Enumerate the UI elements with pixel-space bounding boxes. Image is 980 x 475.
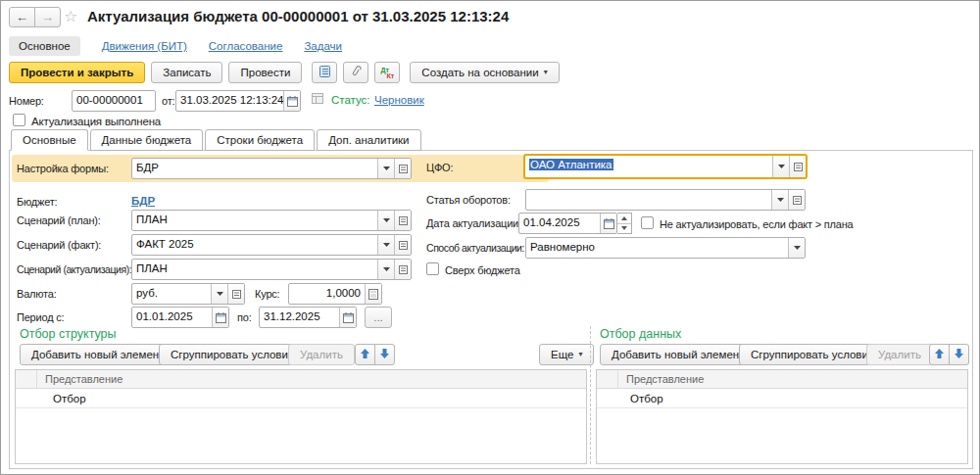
tab-main[interactable]: Основные xyxy=(11,129,88,151)
post-button[interactable]: Провести xyxy=(228,62,302,83)
period-from-field[interactable]: 01.01.2025 xyxy=(131,307,229,328)
register-records-icon xyxy=(318,65,331,80)
dropdown-button[interactable] xyxy=(377,260,394,279)
tab-bar: Основные Данные бюджета Строки бюджета Д… xyxy=(11,129,421,151)
turnover-item-field[interactable] xyxy=(525,189,806,211)
rate-label: Курс: xyxy=(255,288,279,300)
structure-table-row[interactable]: Отбор xyxy=(16,389,586,408)
favorite-star-icon[interactable]: ☆ xyxy=(64,7,77,25)
no-actualize-checkbox[interactable] xyxy=(641,216,654,229)
data-delete-button[interactable]: Удалить xyxy=(866,344,933,365)
choose-button[interactable] xyxy=(394,211,411,230)
back-button[interactable]: ← xyxy=(9,7,35,27)
dropdown-button[interactable] xyxy=(377,159,394,178)
write-button[interactable]: Записать xyxy=(151,62,222,83)
calendar-icon xyxy=(604,218,614,229)
form-setting-label: Настройка формы: xyxy=(17,163,109,174)
dropdown-button[interactable] xyxy=(771,190,788,210)
create-on-basis-label: Создать на основании xyxy=(421,67,538,78)
rate-field[interactable]: 1,0000 xyxy=(288,283,382,305)
scenario-act-field[interactable]: ПЛАН xyxy=(131,259,412,280)
act-method-field[interactable]: Равномерно xyxy=(525,237,806,259)
calendar-picker-button[interactable] xyxy=(283,91,300,111)
choose-button[interactable] xyxy=(789,156,806,177)
stepper-up-icon[interactable] xyxy=(617,214,631,223)
calendar-picker-button[interactable] xyxy=(600,214,616,233)
tab-budget-rows[interactable]: Строки бюджета xyxy=(205,129,315,151)
data-add-button[interactable]: Добавить новый элемент xyxy=(600,344,756,365)
dropdown-button[interactable] xyxy=(377,235,394,255)
register-records-button[interactable] xyxy=(312,62,337,83)
status-link[interactable]: Черновик xyxy=(374,94,424,106)
structure-more-button[interactable]: Еще ▾ xyxy=(539,344,594,365)
structure-move-down-button[interactable] xyxy=(374,344,395,365)
dropdown-button[interactable] xyxy=(211,284,227,304)
number-field[interactable]: 00-00000001 xyxy=(72,90,156,112)
selection-column xyxy=(597,370,618,388)
nav-links-row: Основное Движения (БИТ) Согласование Зад… xyxy=(9,36,342,56)
choose-button[interactable] xyxy=(394,235,411,255)
arrow-down-icon xyxy=(379,348,390,362)
paperclip-icon xyxy=(350,65,363,80)
date-field[interactable]: 31.03.2025 12:13:24 xyxy=(175,90,301,112)
act-date-field[interactable]: 01.04.2025 xyxy=(518,213,617,234)
calendar-picker-button[interactable] xyxy=(212,308,228,327)
period-to-field[interactable]: 31.12.2025 xyxy=(259,307,357,328)
act-date-stepper[interactable] xyxy=(617,213,632,234)
cfo-field[interactable]: ОАО Атлантика xyxy=(523,154,808,179)
period-to-label: по: xyxy=(237,311,252,323)
structure-group-button[interactable]: Сгруппировать условия xyxy=(159,344,306,365)
create-on-basis-button[interactable]: Создать на основании ▾ xyxy=(410,62,559,83)
dropdown-button[interactable] xyxy=(377,211,394,230)
structure-row-value: Отбор xyxy=(16,393,86,404)
forward-arrow-icon: → xyxy=(41,10,54,24)
nav-item-movements[interactable]: Движения (БИТ) xyxy=(102,40,187,52)
choose-button[interactable] xyxy=(227,284,244,304)
structure-move-up-button[interactable] xyxy=(355,344,375,365)
page-title: Актуализация бюджета 00-00000001 от 31.0… xyxy=(87,8,509,24)
choose-icon xyxy=(399,265,408,274)
data-move-down-button[interactable] xyxy=(949,344,969,365)
over-budget-checkbox[interactable] xyxy=(426,262,439,275)
dropdown-button[interactable] xyxy=(772,156,789,177)
nav-item-approval[interactable]: Согласование xyxy=(209,40,283,52)
data-table-row[interactable]: Отбор xyxy=(597,389,967,408)
no-actualize-label: Не актуализировать, если факт > плана xyxy=(660,218,854,230)
budget-link[interactable]: БДР xyxy=(131,195,155,207)
choose-button[interactable] xyxy=(394,159,411,178)
period-more-button[interactable]: ... xyxy=(365,307,392,328)
choose-icon xyxy=(232,290,241,299)
data-selection-table: Представление Отбор xyxy=(596,369,968,464)
attachments-button[interactable] xyxy=(343,62,368,83)
tab-extra-analytics[interactable]: Доп. аналитики xyxy=(317,129,420,151)
act-method-value: Равномерно xyxy=(526,238,788,258)
choose-icon xyxy=(794,163,803,171)
calculator-button[interactable] xyxy=(365,284,381,304)
act-date-label: Дата актуализации: xyxy=(426,217,521,229)
number-label: Номер: xyxy=(9,95,44,107)
data-group-button[interactable]: Сгруппировать условия xyxy=(739,344,886,365)
scenario-fact-value: ФАКТ 2025 xyxy=(132,235,377,255)
tab-budget-data[interactable]: Данные бюджета xyxy=(90,129,204,151)
calendar-picker-button[interactable] xyxy=(339,308,356,327)
data-move-up-button[interactable] xyxy=(929,344,950,365)
choose-button[interactable] xyxy=(788,190,805,210)
stepper-down-icon[interactable] xyxy=(617,223,631,234)
nav-item-tasks[interactable]: Задачи xyxy=(304,40,342,52)
document-journal-icon[interactable] xyxy=(311,92,324,108)
structure-selection-table: Представление Отбор xyxy=(15,369,587,464)
post-and-close-button[interactable]: Провести и закрыть xyxy=(9,62,145,83)
turnover-item-value xyxy=(526,190,771,210)
form-setting-field[interactable]: БДР xyxy=(131,158,412,179)
structure-delete-button[interactable]: Удалить xyxy=(288,344,355,365)
actualization-done-checkbox[interactable] xyxy=(13,114,25,126)
scenario-fact-field[interactable]: ФАКТ 2025 xyxy=(131,234,412,256)
scenario-plan-field[interactable]: ПЛАН xyxy=(131,210,412,231)
forward-button[interactable]: → xyxy=(34,7,61,27)
choose-button[interactable] xyxy=(394,260,411,279)
dropdown-button[interactable] xyxy=(788,238,805,258)
nav-item-main[interactable]: Основное xyxy=(9,36,80,56)
dt-kt-button[interactable]: Дт Кт xyxy=(374,62,400,83)
currency-field[interactable]: руб. xyxy=(131,283,245,305)
structure-add-button[interactable]: Добавить новый элемент xyxy=(20,344,175,365)
